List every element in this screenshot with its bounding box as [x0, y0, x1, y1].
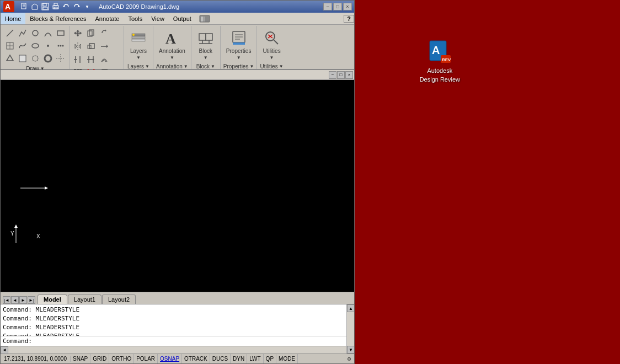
utilities-group-label[interactable]: Utilities ▼ [260, 63, 283, 69]
command-scrollbar: ▲ ▼ [346, 304, 354, 354]
status-settings-icon[interactable]: ⚙ [345, 355, 353, 363]
draw-circle-btn[interactable] [29, 27, 41, 39]
layers-group-label[interactable]: Layers ▼ [127, 63, 149, 69]
qa-open-btn[interactable] [30, 2, 40, 12]
layout-nav-prev-btn[interactable]: ◄ [11, 296, 19, 304]
block-group-label[interactable]: Block ▼ [196, 63, 215, 69]
properties-btn[interactable]: Properties ▼ [223, 27, 255, 62]
draw-polyline-btn[interactable] [17, 27, 29, 39]
draw-arc-btn[interactable] [42, 27, 54, 39]
modify-stretch-btn[interactable] [98, 40, 110, 52]
hscroll-left-btn[interactable]: ◄ [1, 346, 8, 354]
menu-annotate[interactable]: Annotate [90, 13, 124, 24]
polar-btn[interactable]: POLAR [134, 354, 158, 363]
status-end: ⚙ [344, 355, 354, 363]
ribbon-group-properties: Properties ▼ Properties ▼ [221, 26, 258, 69]
close-button[interactable]: × [343, 3, 352, 10]
drawing-canvas[interactable]: Y X [1, 80, 354, 292]
svg-marker-34 [105, 29, 106, 31]
svg-rect-66 [132, 36, 145, 39]
draw-revcloud-btn[interactable] [29, 52, 41, 65]
annotation-group-label[interactable]: Annotation ▼ [156, 63, 188, 69]
ducs-btn[interactable]: DUCS [210, 354, 231, 363]
modify-copy-btn[interactable] [85, 27, 97, 39]
utilities-btn[interactable]: Utilities ▼ [259, 27, 284, 62]
modify-offset-btn[interactable] [98, 53, 110, 66]
draw-xline-btn[interactable] [55, 52, 67, 65]
qa-save-btn[interactable] [40, 2, 50, 12]
draw-more-btn[interactable] [55, 40, 67, 52]
annotation-btn[interactable]: A Annotation ▼ [156, 27, 189, 62]
utilities-btn-label: Utilities [263, 48, 280, 54]
osnap-btn[interactable]: OSNAP [158, 354, 182, 363]
draw-spline-btn[interactable] [17, 40, 29, 52]
scroll-up-btn[interactable]: ▲ [347, 304, 354, 312]
qa-undo-btn[interactable] [61, 2, 71, 12]
layout2-tab[interactable]: Layout2 [102, 295, 136, 304]
ribbon-group-block: Block ▼ Block ▼ [191, 26, 221, 69]
block-btn[interactable]: Block ▼ [194, 27, 218, 62]
qp-btn[interactable]: QP [264, 354, 276, 363]
draw-wipeout-btn[interactable] [17, 52, 29, 65]
modify-trim-btn[interactable] [72, 53, 84, 66]
restore-button[interactable]: □ [333, 3, 342, 10]
annotation-chevron-icon: ▼ [184, 64, 188, 69]
properties-group-label[interactable]: Properties ▼ [223, 63, 254, 69]
model-tab[interactable]: Model [38, 295, 67, 304]
draw-rect-btn[interactable] [55, 27, 67, 39]
svg-text:|||: ||| [201, 16, 205, 22]
modify-scale-btn[interactable] [85, 40, 97, 52]
snap-btn[interactable]: SNAP [71, 354, 90, 363]
draw-region-btn[interactable] [4, 52, 16, 65]
title-bar-left: A [3, 1, 179, 13]
qa-dropdown-btn[interactable]: ▼ [82, 2, 92, 12]
qa-new-btn[interactable] [19, 2, 29, 12]
grid-btn[interactable]: GRID [90, 354, 109, 363]
modify-mirror-btn[interactable] [72, 40, 84, 52]
qa-redo-btn[interactable] [72, 2, 82, 12]
svg-point-24 [60, 45, 62, 47]
layout1-tab[interactable]: Layout1 [68, 295, 101, 304]
svg-marker-31 [74, 30, 82, 37]
layout-nav-next-btn[interactable]: ► [19, 296, 27, 304]
lwt-btn[interactable]: LWT [247, 354, 263, 363]
doc-minimize-btn[interactable]: − [329, 71, 336, 79]
doc-close-btn[interactable]: × [345, 71, 353, 79]
scroll-down-btn[interactable]: ▼ [347, 346, 354, 354]
draw-ellipse-btn[interactable] [29, 40, 41, 52]
modify-move-btn[interactable] [72, 27, 84, 39]
menu-tools[interactable]: Tools [124, 13, 147, 24]
help-button[interactable]: ? [344, 15, 354, 23]
desktop-icon-image: A REV [426, 39, 453, 65]
desktop-icon-autodesk-review[interactable]: A REV Autodesk Design Review [420, 39, 460, 83]
minimize-button[interactable]: − [323, 3, 332, 10]
draw-hatch-btn[interactable] [4, 40, 16, 52]
hscroll-track[interactable] [8, 346, 346, 354]
menu-home[interactable]: Home [1, 13, 25, 24]
doc-restore-btn[interactable]: □ [337, 71, 345, 79]
ortho-btn[interactable]: ORTHO [109, 354, 134, 363]
layers-manager-btn[interactable]: Layers ▼ [126, 27, 151, 62]
modify-rotate-btn[interactable] [98, 27, 110, 39]
layers-btn-label: Layers [130, 48, 147, 54]
svg-marker-37 [79, 44, 81, 49]
qa-print-btn[interactable] [51, 2, 61, 12]
svg-point-21 [32, 44, 39, 48]
menu-view[interactable]: View [147, 13, 169, 24]
menu-panel-btn[interactable]: ||| [196, 13, 213, 24]
annotation-icons: A Annotation ▼ [156, 27, 189, 62]
draw-point-btn[interactable] [42, 40, 54, 52]
layout-nav-first-btn[interactable]: |◄ [3, 296, 10, 304]
svg-point-28 [45, 55, 51, 62]
modify-extend-btn[interactable] [85, 53, 97, 66]
scroll-track[interactable] [347, 312, 354, 346]
draw-donut-btn[interactable] [42, 52, 54, 65]
dyn-btn[interactable]: DYN [231, 354, 247, 363]
draw-line-btn[interactable] [4, 27, 16, 39]
layout-nav-last-btn[interactable]: ►| [28, 296, 35, 304]
mode-btn[interactable]: MODE [276, 354, 298, 363]
menu-blocks[interactable]: Blocks & References [25, 13, 90, 24]
svg-rect-79 [233, 42, 245, 45]
otrack-btn[interactable]: OTRACK [182, 354, 210, 363]
menu-output[interactable]: Output [169, 13, 196, 24]
